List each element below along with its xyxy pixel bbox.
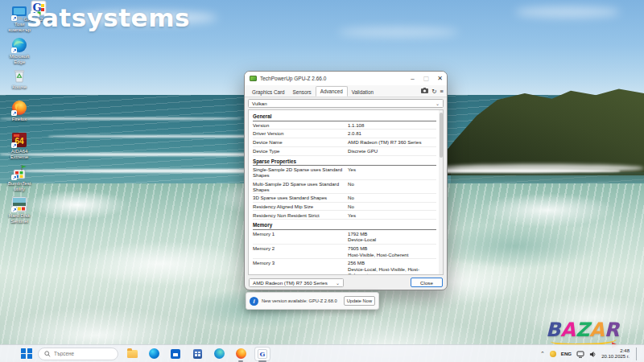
property-value: 1.1.108 <box>348 122 364 128</box>
toast-message: New version available: GPU-Z 2.68.0 <box>262 298 341 303</box>
close-window-button[interactable]: ✕ <box>433 72 447 84</box>
minimize-button[interactable]: – <box>406 72 419 84</box>
device-dropdown-value: AMD Radeon (TM) R7 360 Series <box>253 280 328 286</box>
property-row: Device NameAMD Radeon (TM) R7 360 Series <box>253 138 436 147</box>
start-button[interactable] <box>21 348 32 360</box>
tab-validation[interactable]: Validation <box>348 88 378 97</box>
property-label: Memory 3 <box>253 260 348 275</box>
vulkan-property-list: GeneralVersion1.1.108Driver Version2.0.8… <box>248 109 444 275</box>
desktop-icon-label: Hard Disk Sentinel <box>3 213 35 224</box>
chevron-down-icon: ⌄ <box>436 101 440 106</box>
property-value: 2.0.81 <box>348 130 361 136</box>
close-button[interactable]: Close <box>411 278 443 287</box>
clock[interactable]: 2:48 20.10.2025 г. <box>601 348 630 360</box>
desktop-icon-hd-sentinel[interactable]: Hard Disk Sentinel <box>3 196 35 224</box>
taskbar-calculator-icon[interactable] <box>189 347 205 361</box>
property-value: Yes <box>348 212 356 218</box>
search-icon <box>44 351 51 357</box>
property-label: Residency Non Resident Strict <box>253 212 348 218</box>
cloud <box>515 6 620 18</box>
property-row: Driver Version2.0.81 <box>253 130 436 138</box>
shortcut-arrow-icon <box>11 110 17 116</box>
shortcut-arrow-icon <box>11 207 17 212</box>
property-label: Device Type <box>253 148 348 154</box>
refresh-icon[interactable]: ↻ <box>431 88 436 95</box>
taskbar-file-explorer-icon[interactable] <box>124 347 140 361</box>
list-scrollbar[interactable] <box>439 110 443 274</box>
tab-graphics-card[interactable]: Graphics Card <box>248 88 289 97</box>
scrollbar-thumb[interactable] <box>440 113 443 158</box>
maximize-button: ▢ <box>419 72 433 84</box>
tab-sensors[interactable]: Sensors <box>289 88 316 97</box>
taskbar-microsoft-store-icon[interactable] <box>167 347 184 361</box>
shortcut-arrow-icon <box>11 47 17 53</box>
flag-utility-icon <box>10 164 28 180</box>
firefox-icon <box>10 100 28 116</box>
edge-icon <box>10 37 28 53</box>
screenshot-camera-icon[interactable] <box>421 88 428 95</box>
property-row: Single-Sample 2D Sparse uses Standard Sh… <box>253 166 436 179</box>
property-value: AMD Radeon (TM) R7 360 Series <box>348 139 421 145</box>
search-input[interactable] <box>54 351 110 356</box>
property-label: Device Name <box>253 139 348 145</box>
desktop-icon-recycle-bin[interactable]: Кошче <box>3 68 35 90</box>
hd-sentinel-icon <box>10 196 28 212</box>
property-label: 3D Sparse uses Standard Shapes <box>253 195 348 200</box>
tray-chevron-up-icon[interactable]: ⌃ <box>540 351 545 357</box>
taskbar-browser-globe-icon[interactable] <box>211 347 227 361</box>
language-indicator[interactable]: ENG <box>561 351 572 356</box>
tab-bar: Graphics Card Sensors Advanced Validatio… <box>245 85 447 97</box>
volume-icon[interactable] <box>589 347 597 361</box>
property-row: Memory 27905 MB Host-Visible, Host-Coher… <box>253 245 436 259</box>
recycle-bin-icon <box>10 68 28 84</box>
wave-foam <box>0 117 242 120</box>
api-dropdown-value: Vulkan <box>252 101 267 106</box>
gpu-z-window: TechPowerUp GPU-Z 2.66.0 – ▢ ✕ Graphics … <box>244 71 448 290</box>
section-header: General <box>253 111 436 121</box>
api-dropdown[interactable]: Vulkan ⌄ <box>248 99 444 108</box>
taskbar: G ⌃ ENG 2:48 20.10.2025 г. <box>0 344 644 362</box>
bottom-bar: AMD Radeon (TM) R7 360 Series ⌄ Close <box>245 275 447 290</box>
property-value: 256 MB Device-Local, Host-Visible, Host-… <box>348 260 436 275</box>
desktop-icon-aida64[interactable]: 64 AIDA64 Extreme <box>3 132 35 159</box>
property-value: No <box>348 195 354 200</box>
clock-date: 20.10.2025 г. <box>601 354 630 360</box>
property-row: Memory 3256 MB Device-Local, Host-Visibl… <box>253 259 436 275</box>
show-desktop-button[interactable] <box>636 348 638 360</box>
taskbar-gpu-z-icon[interactable]: G <box>254 347 270 361</box>
taskbar-firefox-icon[interactable] <box>233 347 249 361</box>
cloud <box>338 27 459 37</box>
tray-app-icon[interactable] <box>550 351 556 357</box>
marketplace-watermark: BAZAR <box>546 319 619 341</box>
menu-hamburger-icon[interactable]: ≡ <box>440 88 444 95</box>
property-value: No <box>348 181 354 192</box>
desktop-icon-edge[interactable]: Microsoft Edge <box>3 37 35 64</box>
satsystems-watermark: satsystems <box>27 3 190 32</box>
section-header: Sparse Properties <box>253 156 436 167</box>
desktop-icon-label: BurnInTest utility <box>3 181 35 191</box>
desktop-icon-firefox[interactable]: Firefox <box>3 100 35 122</box>
tab-advanced[interactable]: Advanced <box>316 86 348 97</box>
info-icon: i <box>250 297 258 306</box>
desktop-icon-label: AIDA64 Extreme <box>3 149 35 159</box>
update-now-button[interactable]: Update Now <box>344 296 375 306</box>
desktop-icon-burnintest[interactable]: BurnInTest utility <box>3 164 35 191</box>
desktop-icon-label: Firefox <box>3 117 35 122</box>
network-ethernet-icon[interactable] <box>576 347 584 361</box>
app-icon <box>250 76 257 81</box>
property-label: Single-Sample 2D Sparse uses Standard Sh… <box>253 167 348 178</box>
property-row: Device TypeDiscrete GPU <box>253 147 436 156</box>
taskbar-edge-icon[interactable] <box>146 347 162 361</box>
property-label: Multi-Sample 2D Sparse uses Standard Sha… <box>253 181 348 192</box>
shortcut-arrow-icon <box>11 175 17 180</box>
property-row: Multi-Sample 2D Sparse uses Standard Sha… <box>253 180 436 194</box>
desktop-icon-label: Microsoft Edge <box>3 54 35 64</box>
device-dropdown[interactable]: AMD Radeon (TM) R7 360 Series ⌄ <box>249 278 344 287</box>
shortcut-arrow-icon <box>11 142 17 148</box>
property-value: No <box>348 204 354 209</box>
title-bar[interactable]: TechPowerUp GPU-Z 2.66.0 – ▢ ✕ <box>245 72 447 85</box>
property-row: Memory 11792 MB Device-Local <box>253 230 436 245</box>
property-value: 1792 MB Device-Local <box>348 231 376 243</box>
property-value: Discrete GPU <box>348 148 378 154</box>
taskbar-search[interactable] <box>38 348 118 360</box>
